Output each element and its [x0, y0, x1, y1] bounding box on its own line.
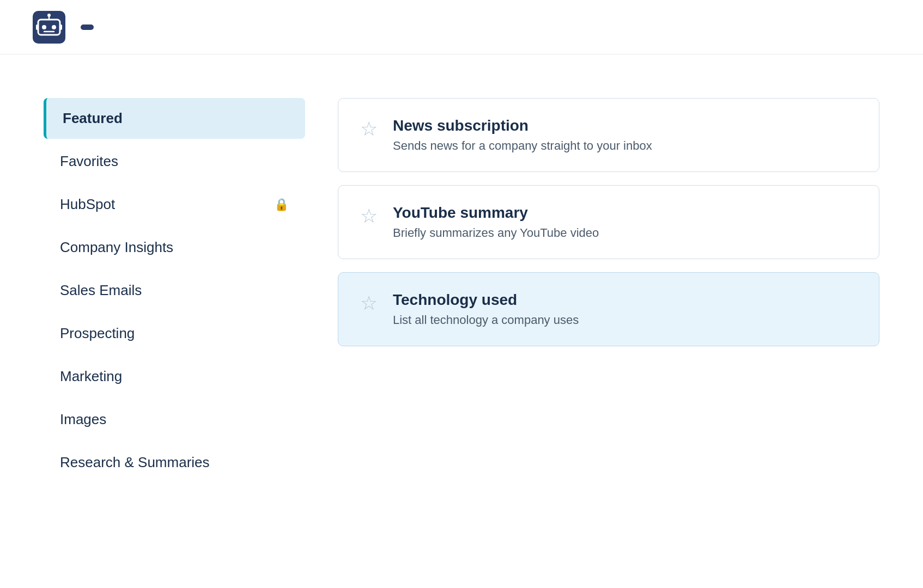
sidebar-item-favorites[interactable]: Favorites — [44, 141, 305, 182]
template-card-news-subscription[interactable]: ☆News subscriptionSends news for a compa… — [338, 98, 879, 172]
sidebar-item-label: Sales Emails — [60, 282, 142, 299]
template-title: YouTube summary — [393, 204, 857, 222]
template-card-youtube-summary[interactable]: ☆YouTube summaryBriefly summarizes any Y… — [338, 185, 879, 259]
sidebar-item-images[interactable]: Images — [44, 399, 305, 440]
star-icon[interactable]: ☆ — [360, 119, 378, 139]
sidebar-item-prospecting[interactable]: Prospecting — [44, 313, 305, 354]
sidebar-item-company-insights[interactable]: Company Insights — [44, 227, 305, 268]
template-card-technology-used[interactable]: ☆Technology usedList all technology a co… — [338, 272, 879, 346]
template-title: News subscription — [393, 117, 857, 134]
svg-point-3 — [52, 25, 56, 29]
sidebar-item-label: Prospecting — [60, 325, 135, 342]
sidebar-item-research-summaries[interactable]: Research & Summaries — [44, 442, 305, 483]
template-description: Briefly summarizes any YouTube video — [393, 226, 857, 240]
nav-tabs — [858, 0, 890, 54]
sidebar-item-label: Company Insights — [60, 239, 173, 256]
sidebar-item-hubspot[interactable]: HubSpot🔒 — [44, 184, 305, 225]
svg-point-6 — [47, 14, 51, 17]
sidebar-item-label: Images — [60, 411, 106, 428]
sidebar-item-label: Favorites — [60, 153, 118, 170]
sidebar-item-label: Marketing — [60, 368, 122, 385]
beta-badge — [81, 24, 94, 30]
star-icon[interactable]: ☆ — [360, 206, 378, 226]
template-title: Technology used — [393, 291, 857, 309]
lock-icon: 🔒 — [274, 198, 289, 212]
sidebar-item-sales-emails[interactable]: Sales Emails — [44, 270, 305, 311]
sidebar: FeaturedFavoritesHubSpot🔒Company Insight… — [44, 87, 305, 485]
svg-rect-7 — [36, 24, 38, 30]
svg-point-2 — [42, 25, 46, 29]
svg-rect-8 — [60, 24, 62, 30]
templates-content: ☆News subscriptionSends news for a compa… — [338, 87, 879, 485]
star-icon[interactable]: ☆ — [360, 293, 378, 313]
template-info: Technology usedList all technology a com… — [393, 291, 857, 327]
sidebar-item-marketing[interactable]: Marketing — [44, 356, 305, 397]
template-description: Sends news for a company straight to you… — [393, 139, 857, 153]
template-info: News subscriptionSends news for a compan… — [393, 117, 857, 153]
sidebar-item-featured[interactable]: Featured — [44, 98, 305, 139]
header — [0, 0, 923, 54]
sidebar-item-label: HubSpot — [60, 196, 115, 213]
sidebar-item-label: Featured — [63, 110, 123, 127]
main-container: FeaturedFavoritesHubSpot🔒Company Insight… — [0, 54, 923, 518]
template-info: YouTube summaryBriefly summarizes any Yo… — [393, 204, 857, 240]
logo-area — [33, 11, 94, 44]
template-description: List all technology a company uses — [393, 313, 857, 327]
chatspot-logo-icon — [33, 11, 65, 44]
sidebar-item-label: Research & Summaries — [60, 454, 210, 471]
